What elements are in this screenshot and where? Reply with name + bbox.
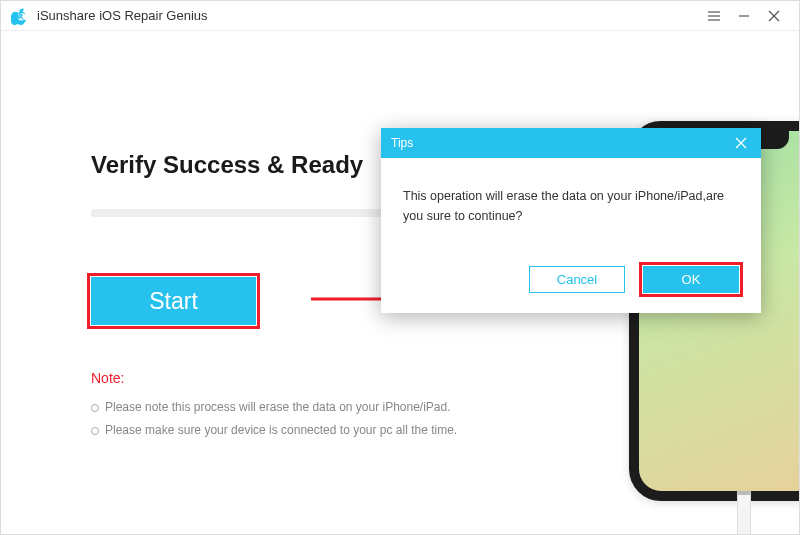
app-logo-icon [11,7,29,25]
tips-dialog: Tips This operation will erase the data … [381,128,761,313]
dialog-close-icon[interactable] [731,133,751,153]
title-bar: iSunshare iOS Repair Genius [1,1,799,31]
start-button[interactable]: Start [91,277,256,325]
bullet-icon [91,404,99,412]
ok-button[interactable]: OK [643,266,739,293]
note-line: Please make sure your device is connecte… [91,419,709,442]
dialog-message: This operation will erase the data on yo… [403,186,739,226]
note-heading: Note: [91,370,709,386]
dialog-title: Tips [391,136,413,150]
note-line: Please note this process will erase the … [91,396,709,419]
note-text: Please note this process will erase the … [105,400,451,414]
minimize-icon[interactable] [729,1,759,31]
cancel-button[interactable]: Cancel [529,266,625,293]
close-icon[interactable] [759,1,789,31]
note-text: Please make sure your device is connecte… [105,423,457,437]
menu-icon[interactable] [699,1,729,31]
window-title: iSunshare iOS Repair Genius [37,8,208,23]
dialog-header: Tips [381,128,761,158]
bullet-icon [91,427,99,435]
